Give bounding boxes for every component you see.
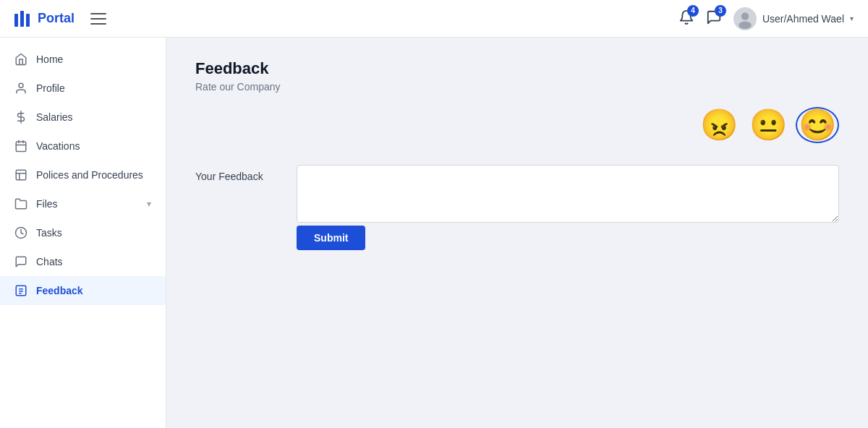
notifications-button[interactable]: 4 (678, 9, 694, 28)
sidebar-item-tasks[interactable]: Tasks (0, 218, 166, 247)
user-label: User/Ahmed Wael (762, 13, 844, 25)
emoji-angry[interactable]: 😠 (697, 107, 741, 143)
emoji-happy[interactable]: 😊 (796, 107, 839, 143)
svg-point-4 (739, 21, 752, 29)
emoji-rating-row: 😠 😐 😊 (195, 107, 839, 143)
sidebar-label-feedback: Feedback (36, 285, 151, 296)
sidebar-label-files: Files (36, 198, 138, 210)
calendar-icon (14, 140, 27, 153)
sidebar-item-files[interactable]: Files ▾ (0, 189, 166, 218)
folder-icon (14, 197, 27, 210)
svg-rect-2 (26, 14, 30, 27)
sidebar-label-polices: Polices and Procedures (36, 169, 151, 181)
main-content: Feedback Rate our Company 😠 😐 😊 Your Fee… (166, 38, 868, 428)
notifications-badge: 4 (687, 5, 699, 17)
chevron-down-icon: ▾ (147, 199, 151, 209)
sidebar-item-home[interactable]: Home (0, 45, 166, 74)
feedback-textarea[interactable] (297, 165, 839, 223)
avatar (733, 7, 757, 30)
topnav: Portal 4 3 User/Ahme (0, 0, 868, 38)
sidebar-label-profile: Profile (36, 82, 151, 94)
layout: Home Profile Salaries Vacations Polices … (0, 38, 868, 428)
messages-button[interactable]: 3 (706, 9, 722, 28)
sidebar-label-tasks: Tasks (36, 227, 151, 239)
svg-rect-11 (16, 170, 26, 180)
sidebar-label-home: Home (36, 54, 151, 65)
page-subtitle: Rate our Company (195, 81, 839, 93)
feedback-icon (14, 284, 27, 297)
chevron-down-icon: ▾ (850, 14, 854, 22)
svg-rect-7 (16, 142, 26, 152)
form-label: Your Feedback (195, 165, 282, 182)
topnav-left: Portal (14, 10, 109, 27)
submit-row: Submit (195, 223, 839, 250)
person-icon (14, 82, 27, 95)
logo-icon (14, 11, 33, 27)
sidebar-item-vacations[interactable]: Vacations (0, 132, 166, 160)
home-icon (14, 53, 27, 66)
emoji-container: 😠 😐 😊 (697, 107, 839, 143)
feedback-form: 😠 😐 😊 Your Feedback Submit (195, 107, 839, 250)
sidebar-label-vacations: Vacations (36, 140, 151, 152)
file-icon (14, 168, 27, 181)
sidebar-item-polices[interactable]: Polices and Procedures (0, 160, 166, 189)
sidebar-item-feedback[interactable]: Feedback (0, 276, 166, 305)
sidebar-item-chats[interactable]: Chats (0, 247, 166, 276)
page-title: Feedback (195, 59, 839, 78)
sidebar-label-chats: Chats (36, 256, 151, 268)
sidebar-label-salaries: Salaries (36, 111, 151, 123)
textarea-row: Your Feedback (195, 165, 839, 223)
user-menu[interactable]: User/Ahmed Wael ▾ (733, 7, 854, 30)
logo-text: Portal (38, 11, 75, 26)
svg-rect-1 (20, 11, 24, 27)
svg-rect-0 (14, 14, 18, 27)
topnav-right: 4 3 User/Ahmed Wael ▾ (678, 7, 854, 30)
emoji-neutral[interactable]: 😐 (746, 107, 790, 143)
messages-badge: 3 (715, 5, 726, 17)
hamburger-button[interactable] (88, 10, 109, 27)
svg-point-5 (19, 83, 23, 87)
clock-icon (14, 226, 27, 239)
dollar-icon (14, 111, 27, 124)
sidebar-item-salaries[interactable]: Salaries (0, 103, 166, 132)
submit-button[interactable]: Submit (297, 226, 365, 250)
svg-point-3 (741, 12, 749, 20)
chat-icon (14, 255, 27, 268)
sidebar-item-profile[interactable]: Profile (0, 74, 166, 103)
logo[interactable]: Portal (14, 11, 75, 27)
sidebar: Home Profile Salaries Vacations Polices … (0, 38, 166, 428)
